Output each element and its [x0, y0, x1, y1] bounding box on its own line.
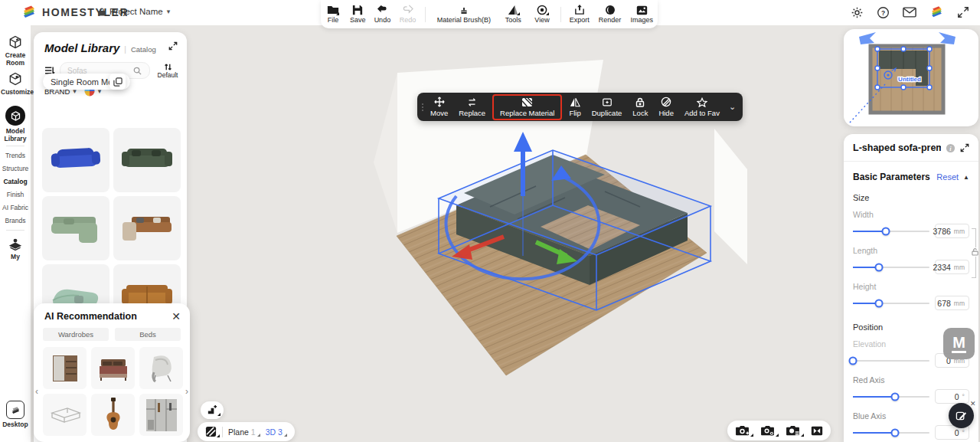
- expand-icon[interactable]: [960, 143, 969, 152]
- elevation-slider[interactable]: [853, 360, 929, 362]
- view-button[interactable]: View: [528, 2, 557, 28]
- move-button[interactable]: Move: [425, 97, 453, 117]
- help-icon[interactable]: ?: [877, 6, 890, 19]
- fullscreen-icon[interactable]: [957, 6, 969, 18]
- dismiss-edit-button-icon[interactable]: ✕: [970, 400, 976, 408]
- ai-thumb-closet-interior[interactable]: [139, 394, 183, 436]
- render-button[interactable]: Render: [594, 2, 626, 28]
- room-mode-toggle-button[interactable]: [109, 74, 126, 90]
- length-slider[interactable]: [853, 267, 929, 268]
- height-slider-knob[interactable]: [875, 299, 884, 307]
- close-icon[interactable]: ✕: [172, 311, 181, 322]
- ai-thumb-wireframe-bench[interactable]: [43, 394, 87, 436]
- info-icon[interactable]: i: [946, 143, 956, 153]
- images-button[interactable]: Images: [626, 2, 658, 28]
- redo-button[interactable]: Redo: [394, 2, 420, 28]
- view-icon: [537, 5, 547, 15]
- width-input[interactable]: 3786 mm: [935, 224, 969, 238]
- divider: [844, 161, 978, 162]
- save-button[interactable]: Save: [345, 2, 370, 28]
- flip-button[interactable]: Flip: [564, 97, 586, 117]
- sidebar-item-catalog[interactable]: Catalog: [0, 178, 31, 185]
- view-3d-button[interactable]: 3D 3: [266, 427, 287, 437]
- red-axis-slider-knob[interactable]: [891, 392, 900, 401]
- product-card-dark-green-sofa[interactable]: [113, 128, 181, 192]
- svg-text:?: ?: [881, 8, 885, 16]
- toolbar-more-chevron-icon[interactable]: ⌄: [725, 102, 740, 112]
- brand-logo-icon[interactable]: [929, 5, 944, 19]
- export-icon: [574, 5, 585, 15]
- height-input[interactable]: 678 mm: [935, 296, 969, 310]
- sidebar-item-desktop[interactable]: Desktop: [0, 401, 31, 429]
- chevron-down-icon: ▾: [167, 8, 171, 15]
- tab-wardrobes[interactable]: Wardrobes: [43, 328, 109, 341]
- blue-axis-slider-knob[interactable]: [891, 428, 900, 437]
- height-slider[interactable]: [853, 303, 929, 304]
- sidebar-item-my[interactable]: My: [0, 237, 31, 261]
- tab-beds[interactable]: Beds: [115, 328, 181, 341]
- plan-view-icon[interactable]: [205, 426, 217, 437]
- lock-button[interactable]: Lock: [627, 97, 653, 117]
- search-icon[interactable]: [133, 67, 142, 75]
- sort-control[interactable]: Default: [155, 63, 181, 79]
- images-icon: [636, 5, 648, 15]
- width-slider[interactable]: [853, 231, 929, 232]
- replace-material-button[interactable]: Replace Material: [498, 97, 556, 117]
- product-card-sage-modular-sofa[interactable]: [42, 196, 109, 260]
- blue-axis-slider[interactable]: [853, 432, 929, 434]
- elevation-slider-knob[interactable]: [849, 356, 858, 365]
- settings-gear-icon[interactable]: [851, 6, 864, 19]
- camera-settings-button[interactable]: [760, 425, 775, 437]
- red-axis-slider[interactable]: [853, 396, 929, 398]
- sidebar-item-brands[interactable]: Brands: [0, 217, 31, 224]
- expand-panel-icon[interactable]: [168, 41, 178, 51]
- duplicate-button[interactable]: Duplicate: [586, 97, 628, 117]
- hide-button[interactable]: Hide: [653, 97, 679, 117]
- move-icon: [434, 97, 445, 107]
- red-axis-row: Red Axis 0 °: [853, 375, 969, 404]
- sidebar-item-create-room[interactable]: Create Room: [0, 34, 31, 67]
- ai-thumb-armchair[interactable]: [139, 347, 183, 389]
- red-axis-input[interactable]: 0 °: [935, 389, 969, 404]
- m-watermark-badge[interactable]: M: [943, 328, 975, 359]
- next-arrow-icon[interactable]: ›: [185, 386, 188, 397]
- camera-add-button[interactable]: [735, 425, 750, 437]
- replace-button[interactable]: Replace: [453, 97, 491, 117]
- product-grid: [42, 128, 181, 329]
- ai-thumb-wardrobe[interactable]: [43, 347, 87, 389]
- project-name-menu[interactable]: Project Name ▾: [98, 7, 170, 16]
- first-person-view-button[interactable]: [811, 426, 823, 436]
- plane-view-button[interactable]: Plane 1: [228, 427, 260, 437]
- camera-list-button[interactable]: [786, 425, 800, 437]
- file-button[interactable]: File: [321, 2, 345, 28]
- model-library-icon: [5, 106, 25, 126]
- link-lock-icon[interactable]: [972, 247, 978, 257]
- product-card-brown-l-sofa[interactable]: [113, 196, 181, 260]
- sidebar-item-customize[interactable]: Customize: [0, 71, 31, 97]
- add-view-button[interactable]: [201, 401, 224, 419]
- minimap-panel[interactable]: Untitled: [844, 29, 978, 126]
- prev-arrow-icon[interactable]: ‹: [35, 386, 38, 397]
- undo-button[interactable]: Undo: [370, 2, 394, 28]
- drag-handle[interactable]: [422, 103, 423, 111]
- collapse-arrow-icon[interactable]: ▲: [963, 174, 969, 181]
- length-slider-knob[interactable]: [875, 263, 884, 271]
- export-button[interactable]: Export: [565, 2, 594, 28]
- ai-thumb-guitar[interactable]: [91, 394, 135, 436]
- tools-button[interactable]: Tools: [498, 2, 528, 28]
- size-section-label: Size: [853, 193, 969, 202]
- sidebar-item-ai-fabric[interactable]: AI Fabric: [0, 204, 31, 211]
- add-to-fav-button[interactable]: Add to Fav: [679, 97, 725, 117]
- material-brush-button[interactable]: Material Brush(B): [429, 2, 498, 28]
- ai-thumb-bed[interactable]: [91, 347, 135, 389]
- sidebar-item-trends[interactable]: Trends: [0, 152, 31, 159]
- sidebar-item-model-library[interactable]: Model Library: [0, 106, 31, 143]
- sidebar-item-structure[interactable]: Structure: [0, 165, 31, 172]
- sidebar-divider: [6, 146, 24, 146]
- sidebar-item-finish[interactable]: Finish: [0, 191, 31, 198]
- width-slider-knob[interactable]: [882, 227, 890, 235]
- length-input[interactable]: 2334 mm: [935, 260, 969, 274]
- mail-icon[interactable]: [903, 7, 916, 18]
- reset-button[interactable]: Reset: [936, 172, 959, 182]
- product-card-blue-curved-sofa[interactable]: [42, 128, 109, 192]
